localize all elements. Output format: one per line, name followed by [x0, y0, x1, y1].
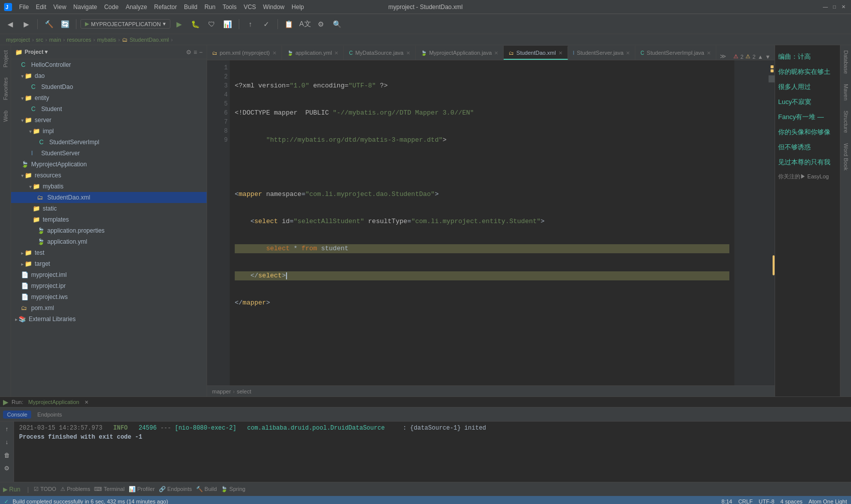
profile-button[interactable]: 📊: [221, 17, 235, 31]
menu-run[interactable]: Run: [202, 3, 219, 12]
run-play-button[interactable]: ▶: [3, 398, 9, 406]
tab-close-btn[interactable]: ✕: [626, 50, 630, 56]
tree-item-templates[interactable]: ▸ 📁 templates: [11, 214, 207, 225]
menu-vcs[interactable]: VCS: [241, 3, 259, 12]
tree-item-resources[interactable]: ▾ 📁 resources: [11, 170, 207, 181]
bottom-tab-console[interactable]: Console: [3, 411, 31, 419]
menu-code[interactable]: Code: [101, 3, 122, 12]
tab-mydatasource[interactable]: C MyDataSource.java ✕: [344, 46, 415, 60]
tab-appyml[interactable]: 🍃 application.yml ✕: [282, 46, 344, 60]
tree-item-studentdao[interactable]: C StudentDao: [11, 81, 207, 92]
menu-file[interactable]: File: [16, 3, 32, 12]
build-status-text[interactable]: Build completed successfully in 6 sec, 4…: [13, 498, 168, 504]
breadcrumb-myproject[interactable]: myproject: [6, 37, 30, 43]
tree-item-impl[interactable]: ▾ 📁 impl: [11, 126, 207, 137]
tabs-more-button[interactable]: ≫: [717, 53, 729, 60]
tree-item-entity[interactable]: ▾ 📁 entity: [11, 92, 207, 104]
tab-close-btn[interactable]: ✕: [707, 50, 711, 56]
structure-button[interactable]: 📋: [282, 17, 296, 31]
collapse-icon[interactable]: −: [199, 49, 203, 56]
tab-studentserverimpl[interactable]: C StudentServerImpl.java ✕: [635, 46, 716, 60]
tree-item-static[interactable]: ▸ 📁 static: [11, 203, 207, 214]
breadcrumb-main[interactable]: main: [49, 37, 61, 43]
line-separator[interactable]: CRLF: [738, 498, 753, 504]
sidebar-maven-tab[interactable]: Maven: [843, 84, 849, 100]
menu-navigate[interactable]: Navigate: [70, 3, 100, 12]
theme-name[interactable]: Atom One Light: [809, 498, 847, 504]
scrollbar-thumb[interactable]: [769, 75, 775, 82]
todo-btn[interactable]: ☑ TODO: [34, 486, 56, 492]
endpoints-btn[interactable]: 🔗 Endpoints: [159, 486, 192, 492]
breadcrumb-resources[interactable]: resources: [67, 37, 91, 43]
code-editor[interactable]: <?xml version="1.0" encoding="UTF-8" ?> …: [230, 60, 734, 385]
coverage-button[interactable]: 🛡: [205, 17, 219, 31]
terminal-btn[interactable]: ⌨ Terminal: [94, 486, 124, 492]
profiler-btn[interactable]: 📊 Profiler: [129, 486, 155, 492]
tab-close-btn[interactable]: ✕: [272, 50, 276, 56]
console-scroll-up[interactable]: ↑: [2, 424, 13, 435]
menu-window[interactable]: Window: [260, 3, 288, 12]
search-button[interactable]: 🔍: [330, 17, 344, 31]
breadcrumb-file[interactable]: StudentDao.xml: [130, 37, 169, 43]
menu-tools[interactable]: Tools: [220, 3, 240, 12]
tree-item-appyml[interactable]: 🍃 application.yml: [11, 236, 207, 247]
tab-close-btn[interactable]: ✕: [558, 50, 562, 56]
tree-item-student[interactable]: C Student: [11, 104, 207, 115]
indent-spaces[interactable]: 4 spaces: [781, 498, 803, 504]
build-button[interactable]: 🔨: [42, 17, 56, 31]
settings-button[interactable]: ⚙: [314, 17, 328, 31]
tree-item-hellocontroller[interactable]: C HelloController: [11, 59, 207, 70]
tree-item-myprojectapp[interactable]: 🍃 MyprojectApplication: [11, 159, 207, 170]
tree-item-iml[interactable]: 📄 myproject.iml: [11, 269, 207, 280]
sidebar-web-tab[interactable]: Web: [3, 111, 9, 122]
tree-item-mybatis[interactable]: ▾ 📁 mybatis: [11, 181, 207, 192]
run-tab-close[interactable]: ✕: [84, 399, 88, 405]
debug-button[interactable]: 🐛: [188, 17, 203, 31]
tab-close-btn[interactable]: ✕: [334, 50, 338, 56]
sidebar-project-tab[interactable]: Project: [3, 50, 9, 67]
breadcrumb-src[interactable]: src: [36, 37, 43, 43]
menu-analyze[interactable]: Analyze: [123, 3, 150, 12]
close-button[interactable]: ✕: [840, 4, 847, 11]
tab-studentdaoxml[interactable]: 🗂 StudentDao.xml ✕: [504, 46, 568, 60]
back-button[interactable]: ◀: [3, 17, 17, 31]
tab-pomxml[interactable]: 🗂 pom.xml (myproject) ✕: [207, 46, 282, 60]
tree-item-studentserverimpl[interactable]: C StudentServerImpl: [11, 137, 207, 148]
tab-close-btn[interactable]: ✕: [494, 50, 498, 56]
tree-item-pomxml[interactable]: 🗂 pom.xml: [11, 303, 207, 314]
nav-up[interactable]: ▲: [758, 54, 763, 60]
maximize-button[interactable]: □: [831, 4, 838, 11]
sync-button[interactable]: 🔄: [58, 17, 72, 31]
run-toolbar-btn[interactable]: ▶ Run: [3, 486, 20, 493]
run-button[interactable]: ▶: [172, 17, 186, 31]
gear-icon[interactable]: ⚙: [186, 49, 192, 56]
encoding[interactable]: UTF-8: [759, 498, 774, 504]
tree-item-studentdaoxml[interactable]: 🗂 StudentDao.xml: [11, 192, 207, 203]
tab-studentserver[interactable]: I StudentServer.java ✕: [568, 46, 636, 60]
tree-item-server[interactable]: ▾ 📁 server: [11, 115, 207, 126]
console-settings[interactable]: ⚙: [2, 463, 13, 474]
tree-item-dao[interactable]: ▾ 📁 dao: [11, 70, 207, 81]
menu-build[interactable]: Build: [181, 3, 201, 12]
tree-item-iws[interactable]: 📄 myproject.iws: [11, 291, 207, 303]
build-btn[interactable]: 🔨 Build: [196, 486, 217, 492]
sidebar-favorites-tab[interactable]: Favorites: [3, 77, 9, 100]
spring-btn[interactable]: 🍃 Spring: [221, 486, 245, 492]
console-scroll-down[interactable]: ↓: [2, 437, 13, 448]
console-clear[interactable]: 🗑: [2, 450, 13, 461]
tree-item-ipr[interactable]: 📄 myproject.ipr: [11, 280, 207, 291]
menu-edit[interactable]: Edit: [33, 3, 49, 12]
problems-btn[interactable]: ⚠ Problems: [60, 486, 90, 492]
nav-down[interactable]: ▼: [765, 54, 771, 60]
scroll-icon[interactable]: ≡: [194, 49, 197, 56]
run-config-selector[interactable]: ▶ MYPROJECTAPPLICATION ▾: [80, 19, 170, 29]
sidebar-structure-tab[interactable]: Structure: [843, 111, 849, 133]
bottom-tab-endpoints[interactable]: Endpoints: [33, 411, 66, 419]
tab-myprojectapp[interactable]: 🍃 MyprojectApplication.java ✕: [416, 46, 504, 60]
cursor-position[interactable]: 8:14: [721, 498, 732, 504]
menu-help[interactable]: Help: [289, 3, 307, 12]
breadcrumb-mybatis[interactable]: mybatis: [97, 37, 116, 43]
sidebar-wordbook-tab[interactable]: Word Book: [843, 143, 849, 170]
minimize-button[interactable]: —: [822, 4, 829, 11]
sidebar-database-tab[interactable]: Database: [843, 50, 849, 74]
